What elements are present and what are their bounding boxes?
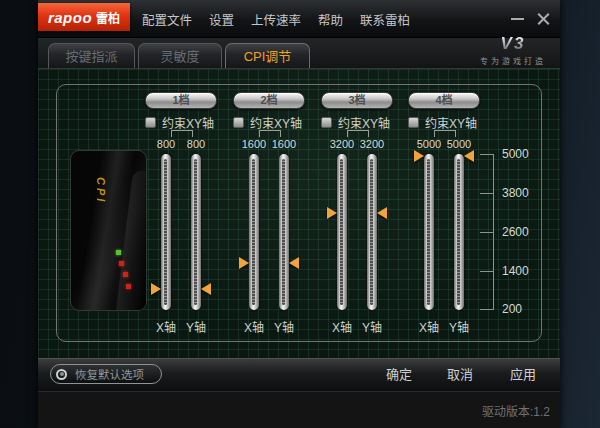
close-icon[interactable]	[537, 13, 550, 26]
gear-4-button[interactable]: 4档	[408, 92, 480, 109]
menu-report-rate[interactable]: 上传速率	[251, 10, 301, 29]
v3-model-badge: V3 专为游戏打造	[480, 35, 546, 66]
y-slider-track[interactable]	[454, 154, 464, 310]
mouse-cpi-label: CPI	[95, 177, 107, 204]
y-slider-handle[interactable]	[289, 257, 299, 269]
brand-name-cn: 雷柏	[96, 9, 120, 26]
x-slider-track[interactable]	[161, 154, 171, 310]
apply-button[interactable]: 应用	[510, 359, 536, 391]
xy-link-bracket	[259, 130, 281, 137]
constrain-xy-label: 约束XY轴	[162, 114, 214, 131]
scale-tick	[480, 154, 493, 155]
constrain-row: 约束XY轴	[408, 114, 477, 131]
x-slider-handle[interactable]	[239, 257, 249, 269]
menu-bar: 配置文件 设置 上传速率 帮助 联系雷柏	[142, 0, 410, 38]
mouse-side-photo: CPI	[70, 150, 147, 311]
restore-defaults-label: 恢复默认选项	[75, 366, 144, 382]
constrain-xy-label: 约束XY轴	[425, 114, 477, 131]
menu-help[interactable]: 帮助	[318, 10, 343, 29]
constrain-xy-checkbox[interactable]	[145, 117, 156, 128]
x-slider-track[interactable]	[249, 154, 259, 310]
xy-link-bracket	[171, 130, 193, 137]
menu-contact[interactable]: 联系雷柏	[360, 10, 410, 29]
scale-axis-line	[493, 154, 494, 310]
footer-button-bar: 恢复默认选项 确定 取消 应用	[38, 358, 560, 391]
title-bar: rapoo 雷柏 配置文件 设置 上传速率 帮助 联系雷柏	[38, 0, 560, 38]
y-value: 800	[176, 138, 216, 150]
cpi-led-green	[116, 250, 121, 255]
cpi-led-red-3	[126, 284, 131, 289]
scale-label-200: 200	[502, 302, 548, 316]
rapoo-logo: rapoo 雷柏	[38, 3, 130, 31]
constrain-xy-checkbox[interactable]	[408, 117, 419, 128]
cancel-button[interactable]: 取消	[447, 359, 473, 391]
scale-tick	[480, 232, 493, 233]
y-value: 1600	[264, 138, 304, 150]
y-slider-handle[interactable]	[201, 283, 211, 295]
constrain-xy-checkbox[interactable]	[233, 117, 244, 128]
tab-bar: 按键指派 灵敏度 CPI调节 V3 专为游戏打造	[38, 38, 560, 68]
constrain-row: 约束XY轴	[233, 114, 302, 131]
minimize-icon[interactable]	[511, 18, 524, 20]
y-axis-label: Y轴	[439, 318, 479, 335]
window-controls	[511, 0, 550, 38]
scale-tick	[480, 309, 493, 310]
x-slider-track[interactable]	[337, 154, 347, 310]
scale-tick	[480, 193, 493, 194]
y-slider-track[interactable]	[367, 154, 377, 310]
xy-link-bracket	[434, 130, 456, 137]
cpi-gear-panel-1: 1档 约束XY轴 800 800 X轴 Y轴	[138, 89, 224, 339]
xy-link-bracket	[347, 130, 369, 137]
y-slider-track[interactable]	[279, 154, 289, 310]
menu-profile[interactable]: 配置文件	[142, 10, 192, 29]
y-slider-handle[interactable]	[464, 150, 474, 162]
cpi-led-red-1	[119, 261, 124, 266]
constrain-xy-label: 约束XY轴	[250, 114, 302, 131]
y-value: 5000	[439, 138, 479, 150]
gear-1-button[interactable]: 1档	[145, 92, 217, 109]
x-slider-handle[interactable]	[327, 207, 337, 219]
cpi-led-red-2	[123, 272, 128, 277]
constrain-xy-checkbox[interactable]	[321, 117, 332, 128]
tab-cpi-adjust[interactable]: CPI调节	[225, 43, 310, 68]
tab-button-assign[interactable]: 按键指派	[48, 43, 135, 68]
app-window: rapoo 雷柏 配置文件 设置 上传速率 帮助 联系雷柏 按键指派 灵敏度 C…	[38, 0, 560, 428]
x-slider-handle[interactable]	[414, 150, 424, 162]
brand-name: rapoo	[48, 9, 92, 26]
y-value: 3200	[352, 138, 392, 150]
x-slider-track[interactable]	[424, 154, 434, 310]
y-axis-label: Y轴	[176, 318, 216, 335]
scale-label-3800: 3800	[502, 186, 548, 200]
restore-defaults-button[interactable]: 恢复默认选项	[50, 364, 162, 384]
cpi-scale-ruler: 5000 3800 2600 1400 200	[478, 154, 550, 310]
x-slider-handle[interactable]	[151, 283, 161, 295]
v3-slogan: 专为游戏打造	[480, 55, 546, 66]
scale-label-2600: 2600	[502, 225, 548, 239]
gear-3-button[interactable]: 3档	[321, 92, 393, 109]
scale-tick	[480, 271, 493, 272]
constrain-row: 约束XY轴	[145, 114, 214, 131]
y-slider-handle[interactable]	[377, 207, 387, 219]
constrain-row: 约束XY轴	[321, 114, 390, 131]
cpi-panel: CPI 1档 约束XY轴 800 800 X轴	[38, 68, 560, 358]
restore-target-icon	[56, 369, 67, 380]
cpi-gear-panel-3: 3档 约束XY轴 3200 3200 X轴 Y轴	[314, 89, 400, 339]
cpi-gear-panel-4: 4档 约束XY轴 5000 5000 X轴 Y轴	[401, 89, 487, 339]
menu-settings[interactable]: 设置	[209, 10, 234, 29]
scale-label-1400: 1400	[502, 264, 548, 278]
tab-sensitivity[interactable]: 灵敏度	[138, 43, 222, 68]
v3-logo: V3	[480, 35, 546, 53]
scale-label-5000: 5000	[502, 147, 548, 161]
desktop-background: rapoo 雷柏 配置文件 设置 上传速率 帮助 联系雷柏 按键指派 灵敏度 C…	[0, 0, 600, 428]
y-slider-track[interactable]	[191, 154, 201, 310]
driver-version-text: 驱动版本:1.2	[482, 402, 550, 419]
y-axis-label: Y轴	[352, 318, 392, 335]
y-axis-label: Y轴	[264, 318, 304, 335]
gear-2-button[interactable]: 2档	[233, 92, 305, 109]
constrain-xy-label: 约束XY轴	[338, 114, 390, 131]
status-bar: 驱动版本:1.2	[38, 391, 560, 428]
ok-button[interactable]: 确定	[386, 359, 412, 391]
cpi-gear-panel-2: 2档 约束XY轴 1600 1600 X轴 Y轴	[226, 89, 312, 339]
